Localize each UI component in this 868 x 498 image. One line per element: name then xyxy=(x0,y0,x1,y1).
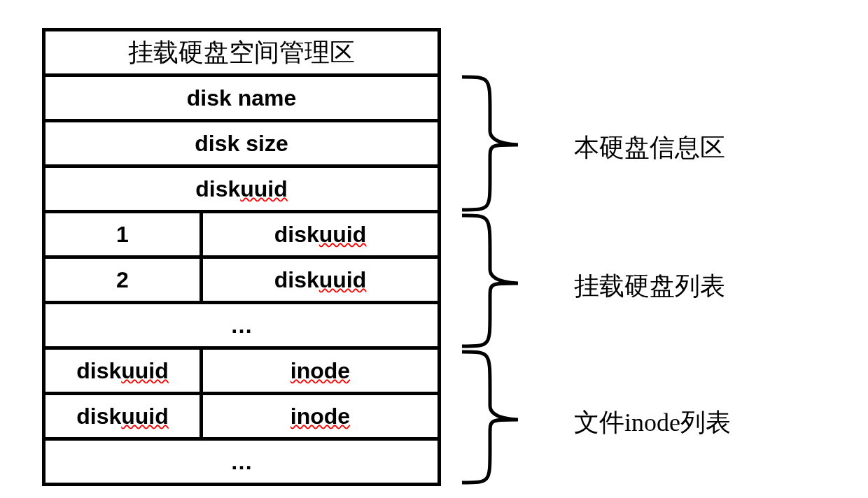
cell-index-1: 1 xyxy=(46,213,203,255)
text-wavy: uuid xyxy=(121,404,169,429)
text-wavy: inode xyxy=(290,404,350,429)
row-disklist-2: 2 disk uuid xyxy=(46,259,438,304)
text-wavy: inode xyxy=(290,358,350,384)
row-inode-ellipsis: … xyxy=(46,441,438,486)
diagram-stage: 挂载硬盘空间管理区 disk name disk size disk uuid … xyxy=(0,0,868,498)
text-prefix: disk xyxy=(274,267,319,293)
cell-uuid-1: disk uuid xyxy=(203,213,438,255)
cell-inode-2: inode xyxy=(203,395,438,437)
text-prefix: disk xyxy=(274,222,319,248)
brace-inodelist-icon xyxy=(462,352,518,483)
text-prefix: disk xyxy=(76,358,121,384)
cell-uuid-2: disk uuid xyxy=(203,259,438,301)
text-prefix: disk xyxy=(195,176,240,202)
row-disk-uuid: disk uuid xyxy=(46,168,438,213)
brace-info-icon xyxy=(462,77,518,210)
disk-management-table: 挂载硬盘空间管理区 disk name disk size disk uuid … xyxy=(42,28,441,486)
text-wavy: uuid xyxy=(319,222,367,248)
diagram-layout: 挂载硬盘空间管理区 disk name disk size disk uuid … xyxy=(42,28,784,490)
cell-inode-1: inode xyxy=(203,350,438,392)
label-info: 本硬盘信息区 xyxy=(574,131,725,165)
row-inode-1: disk uuid inode xyxy=(46,350,438,395)
braces-svg xyxy=(448,28,574,490)
table-header: 挂载硬盘空间管理区 xyxy=(46,31,438,77)
cell-inode-uuid-1: disk uuid xyxy=(46,350,203,392)
text-prefix: disk xyxy=(76,404,121,429)
cell-index-2: 2 xyxy=(46,259,203,301)
text-wavy: uuid xyxy=(121,358,169,384)
label-disklist: 挂载硬盘列表 xyxy=(574,269,725,304)
row-disk-size: disk size xyxy=(46,122,438,168)
label-inodelist: 文件inode列表 xyxy=(574,406,731,440)
braces-column xyxy=(448,28,574,490)
text-wavy: uuid xyxy=(319,267,367,293)
row-disk-name: disk name xyxy=(46,77,438,122)
cell-inode-uuid-2: disk uuid xyxy=(46,395,203,437)
brace-disklist-icon xyxy=(462,215,518,346)
row-inode-2: disk uuid inode xyxy=(46,395,438,441)
text-wavy: uuid xyxy=(240,176,288,202)
row-disklist-ellipsis: … xyxy=(46,304,438,350)
row-disklist-1: 1 disk uuid xyxy=(46,213,438,259)
